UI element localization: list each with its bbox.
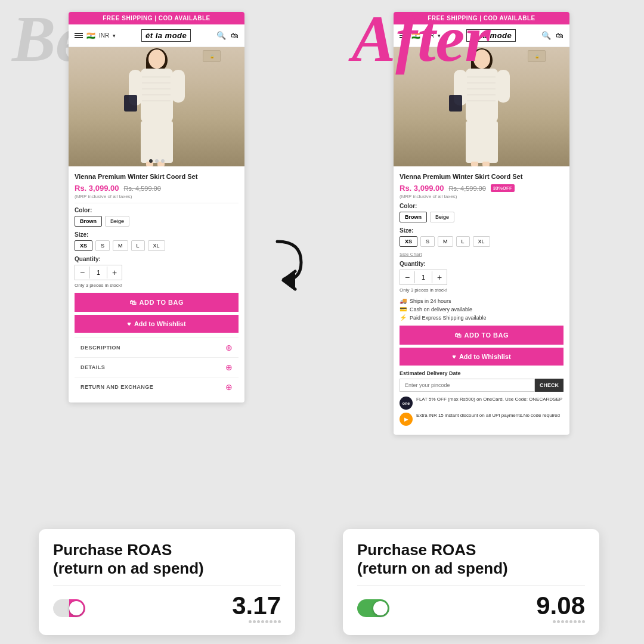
color-label-before: Color: [75,207,239,213]
svg-rect-27 [466,121,498,163]
flag-icon-before: 🇮🇳 [86,32,95,40]
svg-rect-29 [471,162,478,166]
toggle-before[interactable] [53,599,85,617]
qty-decrease-after[interactable]: − [400,270,414,284]
color-options-after[interactable]: Brown Beige [400,212,564,222]
roas-card-after: Purchase ROAS(return on ad spend) 9.08 [343,529,599,635]
accordion-return-before[interactable]: RETURN AND EXCHANGE ⊕ [75,377,239,397]
svg-rect-26 [497,70,510,103]
add-to-bag-before[interactable]: 🛍 ADD TO BAG [75,293,239,312]
color-brown-before[interactable]: Brown [75,216,102,227]
after-watermark: After [352,6,490,72]
accordion-chevron-before: ⊕ [225,343,233,352]
cart-icon-before[interactable]: 🛍 [231,31,239,40]
delivery-section-after: Estimated Delivery Date CHECK [400,370,564,392]
tax-note-before: (MRP inclusive of all taxes) [75,194,239,199]
hamburger-menu-before[interactable] [75,33,83,38]
add-to-wishlist-after[interactable]: ♥ Add to Whishlist [400,348,564,366]
quantity-row-before: − 1 + [75,265,122,280]
size-options-before[interactable]: XS S M L XL [75,240,239,251]
size-xs-after[interactable]: XS [400,236,417,247]
size-label-before: Size: [75,231,239,238]
qty-value-after: 1 [414,271,432,283]
roas-value-after: 9.08 [536,593,585,623]
currency-before: INR [99,32,109,39]
accordion-chevron2-before: ⊕ [225,363,233,372]
size-m-after[interactable]: M [438,236,453,247]
product-title-after: Vienna Premium Winter Skirt Coord Set [400,172,564,181]
cart-icon-after[interactable]: 🛍 [556,31,564,40]
one-card-logo: one [400,397,413,410]
color-brown-after[interactable]: Brown [400,212,427,222]
qty-decrease-before[interactable]: − [75,265,89,280]
roas-bottom-before: 3.17 [53,593,281,623]
size-xl-after[interactable]: XL [473,236,490,247]
image-dots-before [149,159,165,163]
accordion-chevron3-before: ⊕ [225,382,233,392]
size-s-before[interactable]: S [95,240,110,251]
upi-logo: ▶ [400,413,413,426]
color-beige-after[interactable]: Beige [430,212,454,222]
after-panel: FREE SHIPPING | COD AVAILABLE 🇮🇳 INR ▾ é… [394,12,569,435]
nav-right-before: 🔍 🛍 [216,31,239,40]
heart-icon-before: ♥ [127,320,131,327]
size-s-after[interactable]: S [420,236,435,247]
svg-rect-30 [482,162,490,166]
truck-icon-after: 🚚 [400,298,407,304]
accordion-description-before[interactable]: DESCRIPTION ⊕ [75,338,239,357]
qty-increase-after[interactable]: + [432,270,447,284]
size-chart-link-after[interactable]: Size Chart [400,252,564,257]
stock-note-before: Only 3 pieces in stock! [75,283,239,288]
price-original-before: Rs. 4,599.00 [123,185,160,192]
check-button-after[interactable]: CHECK [535,379,564,392]
express-icon-after: ⚡ [400,314,407,321]
roas-bottom-after: 9.08 [357,593,585,623]
svg-rect-28 [449,95,462,112]
add-to-bag-after[interactable]: 🛍 ADD TO BAG [400,326,564,345]
price-row-after: Rs. 3,099.00 Rs. 4,599.00 33%OFF [400,184,564,193]
svg-rect-12 [141,121,173,163]
size-xl-before[interactable]: XL [148,240,165,251]
search-icon-after[interactable]: 🔍 [541,31,551,40]
quantity-label-before: Quantity: [75,256,239,262]
size-label-after: Size: [400,227,564,234]
add-to-wishlist-before[interactable]: ♥ Add to Whishlist [75,315,239,333]
accordion-details-before[interactable]: DETAILS ⊕ [75,357,239,377]
cod-icon-after: 💳 [400,306,407,312]
shipping-row-2-after: 💳 Cash on delivery available [400,306,564,312]
product-title-before: Vienna Premium Winter Skirt Coord Set [75,172,239,181]
size-l-after[interactable]: L [456,236,470,247]
size-m-before[interactable]: M [113,240,128,251]
bag-icon-after: 🛍 [454,332,462,339]
color-options-before[interactable]: Brown Beige [75,216,239,227]
bag-icon-before: 🛍 [129,299,137,306]
toggle-thumb-before [69,601,83,615]
upi-offer-text: Extra INR 15 instant discount on all UPI… [416,413,560,419]
size-l-before[interactable]: L [131,240,145,251]
roas-title-before: Purchase ROAS(return on ad spend) [53,541,281,578]
nav-right-after: 🔍 🛍 [541,31,564,40]
offer-one-after: one FLAT 5% OFF (max Rs500) on OneCard. … [400,397,564,410]
svg-rect-11 [172,70,185,103]
nav-left: 🇮🇳 INR ▾ [75,32,116,40]
size-xs-before[interactable]: XS [75,240,92,251]
offer-upi-after: ▶ Extra INR 15 instant discount on all U… [400,413,564,426]
color-label-after: Color: [400,203,564,209]
qty-increase-before[interactable]: + [107,265,122,280]
quantity-row-after: − 1 + [400,270,447,285]
toggle-after[interactable] [357,599,389,617]
roas-title-after: Purchase ROAS(return on ad spend) [357,541,585,578]
color-beige-before[interactable]: Beige [105,216,129,227]
stock-note-after: Only 3 pieces in stock! [400,287,564,293]
tax-note-after: (MRP inclusive of all taxes) [400,194,564,199]
before-panel: FREE SHIPPING | COD AVAILABLE 🇮🇳 INR ▾ é… [69,12,244,402]
svg-rect-13 [124,95,137,112]
pincode-input-after[interactable] [400,379,535,392]
roas-divider-after [357,586,585,587]
search-icon-before[interactable]: 🔍 [216,31,226,40]
shipping-row-1-after: 🚚 Ships in 24 hours [400,298,564,304]
logo-before: ét la mode [141,29,191,42]
pincode-row-after[interactable]: CHECK [400,379,564,392]
top-banner-before: FREE SHIPPING | COD AVAILABLE [69,12,244,24]
size-options-after[interactable]: XS S M L XL [400,236,564,247]
